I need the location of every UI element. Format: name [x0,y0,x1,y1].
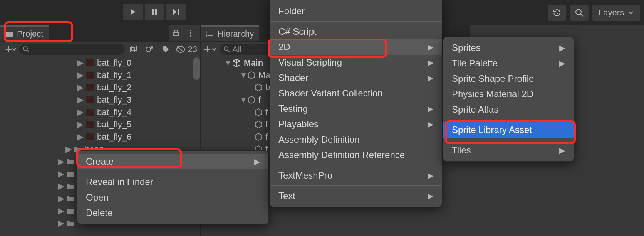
tree-item-label: bat_fly_2 [97,83,131,93]
sprite-thumb-icon [86,121,94,128]
tree-item-label: bat_fly_6 [97,132,131,142]
chevron-right-icon: ▶ [559,146,565,155]
menu-separator [270,21,442,22]
search-icon [575,8,584,17]
add-button[interactable] [3,43,18,56]
pause-button[interactable] [145,4,164,20]
project-toolrow: 23 [0,41,200,57]
folder-icon [66,208,74,214]
cube-icon [255,84,262,91]
svg-point-7 [190,35,191,37]
menu-item-open[interactable]: Open [77,190,268,205]
folder-icon [5,31,13,37]
hierarchy-tab-label: Hierarchy [218,29,254,39]
menu-item-shader-variant[interactable]: Shader Variant Collection [270,86,442,101]
play-button[interactable] [123,4,143,20]
history-button[interactable] [548,5,566,21]
menu-item-label: Shader [278,72,308,83]
pause-icon [151,8,158,15]
tree-row[interactable]: ▶bat_fly_5 [0,118,200,131]
tree-row[interactable]: ▶bat_fly_6 [0,131,200,143]
tree-row[interactable]: ▶bat_fly_4 [0,106,200,118]
chevron-right-icon: ▶ [559,59,565,68]
folder-icon [66,220,74,226]
filter-label-button[interactable] [158,43,173,56]
svg-point-12 [146,47,151,52]
menu-item-csharp-script[interactable]: C# Script [270,24,442,39]
sprite-thumb-icon [86,59,94,66]
menu-item-sprite-library-asset[interactable]: Sprite Library Asset [443,122,574,138]
svg-point-6 [190,32,191,34]
list-icon [206,31,214,37]
tree-row[interactable]: ▶bat_fly_1 [0,69,200,81]
tree-item-label: bat_fly_3 [97,95,131,105]
lock-button[interactable] [169,27,183,40]
menu-item-assembly-definition-ref[interactable]: Assembly Definition Reference [270,147,442,163]
menu-item-folder[interactable]: Folder [270,3,442,19]
hierarchy-tab[interactable]: Hierarchy [201,25,259,41]
menu-item-delete[interactable]: Delete [77,205,268,221]
menu-item-sprite-atlas[interactable]: Sprite Atlas [443,102,574,117]
chevron-down-icon [629,10,633,15]
hierarchy-item-label: Ma [258,70,270,80]
svg-rect-1 [155,9,157,15]
scrollbar-thumb[interactable] [193,57,200,80]
hierarchy-add-button[interactable] [204,46,216,53]
menu-item-testing[interactable]: Testing▶ [270,101,442,116]
chevron-right-icon: ▶ [428,42,433,52]
project-search[interactable] [19,44,125,55]
menu-item-label: Testing [278,103,308,114]
tree-row[interactable]: ▶bat_fly_0 [0,57,200,69]
chevron-right-icon: ▶ [428,191,433,201]
cube-icon [248,71,255,79]
project-tab-label: Project [17,29,43,39]
sprite-thumb-icon [86,133,94,140]
menu-item-reveal-finder[interactable]: Reveal in Finder [77,174,268,190]
project-tab[interactable]: Project [0,25,49,41]
menu-item-label: Assembly Definition [278,134,360,145]
menu-item-playables[interactable]: Playables▶ [270,116,442,132]
menu-item-textmeshpro[interactable]: TextMeshPro▶ [270,168,442,183]
hierarchy-item-label: f [265,132,268,142]
menu-item-tiles[interactable]: Tiles▶ [443,143,574,158]
filter-type-button[interactable] [142,43,157,56]
menu-item-label: Sprite Atlas [452,104,498,115]
layers-dropdown[interactable]: Layers [592,5,640,21]
menu-item-2d[interactable]: 2D ▶ [270,39,442,55]
svg-point-5 [190,30,191,31]
menu-item-label: Delete [86,207,112,218]
hierarchy-item-label: f [265,120,268,130]
hierarchy-item-label: f [265,107,268,117]
kebab-menu-button[interactable] [184,27,197,40]
menu-item-visual-scripting[interactable]: Visual Scripting▶ [270,55,442,70]
hidden-count: 23 [188,44,197,54]
svg-rect-2 [178,9,179,15]
tree-row[interactable]: ▶bat_fly_3 [0,94,200,106]
hierarchy-search-placeholder: All [232,44,242,54]
chevron-right-icon: ▶ [428,171,433,180]
menu-item-assembly-definition[interactable]: Assembly Definition [270,132,442,147]
menu-item-physics-material-2d[interactable]: Physics Material 2D [443,86,574,102]
tree-row[interactable]: ▶bat_fly_2 [0,81,200,94]
history-icon [552,8,562,17]
menu-item-label: Folder [278,6,305,17]
menu-item-sprite-shape-profile[interactable]: Sprite Shape Profile [443,71,574,86]
cube-icon [255,108,262,116]
hidden-indicator[interactable]: 23 [174,44,197,54]
search-icon [224,46,230,52]
search-button[interactable] [570,5,589,21]
eye-off-icon [176,46,186,53]
expand-button[interactable] [126,43,141,56]
play-controls [123,4,186,20]
menu-item-label: Create [86,156,114,167]
menu-item-shader[interactable]: Shader▶ [270,70,442,86]
step-button[interactable] [166,4,186,20]
menu-item-create[interactable]: Create ▶ [77,154,268,169]
svg-point-8 [23,47,27,51]
svg-point-13 [151,46,153,49]
menu-item-sprites[interactable]: Sprites▶ [443,40,574,56]
chevron-right-icon: ▶ [428,73,433,83]
menu-item-text[interactable]: Text▶ [270,188,442,204]
menu-item-tile-palette[interactable]: Tile Palette▶ [443,56,574,71]
context-menu-2d: Sprites▶ Tile Palette▶ Sprite Shape Prof… [443,37,574,162]
